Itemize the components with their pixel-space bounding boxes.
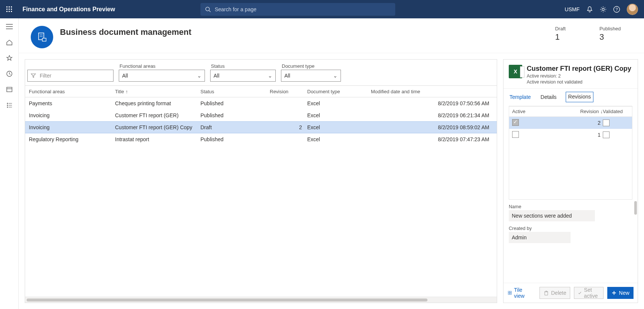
- tile-icon: [508, 290, 512, 296]
- chevron-down-icon: ⌄: [333, 73, 338, 79]
- functional-areas-select[interactable]: All ⌄: [119, 70, 205, 82]
- rev-col-revision[interactable]: Revision↓: [569, 109, 603, 114]
- home-icon[interactable]: [5, 38, 14, 47]
- col-doc-type[interactable]: Document type: [306, 89, 369, 94]
- col-title[interactable]: Title↑: [114, 89, 199, 94]
- revisions-table: Active Revision↓ Validated 21: [509, 106, 632, 200]
- svg-rect-2: [11, 6, 12, 7]
- svg-point-9: [206, 7, 209, 11]
- new-button[interactable]: New: [607, 287, 634, 299]
- user-avatar[interactable]: [627, 4, 638, 15]
- table-row[interactable]: InvoicingCustomer FTI report (GER) CopyD…: [25, 121, 497, 133]
- filter-input[interactable]: Filter: [27, 70, 114, 82]
- cell-doc-type: Excel: [306, 124, 369, 130]
- search-icon: [205, 6, 211, 12]
- chevron-down-icon: ⌄: [268, 73, 272, 79]
- status-select[interactable]: All ⌄: [210, 70, 276, 82]
- help-icon[interactable]: ?: [613, 6, 620, 13]
- table-row[interactable]: InvoicingCustomer FTI report (GER)Publis…: [25, 109, 497, 121]
- doc-type-select[interactable]: All ⌄: [281, 70, 341, 82]
- stat-draft[interactable]: Draft 1: [555, 26, 566, 42]
- validation-line: Active revision not validated: [527, 79, 631, 85]
- stat-published[interactable]: Published 3: [599, 26, 621, 42]
- active-checkbox[interactable]: [512, 131, 519, 138]
- svg-rect-29: [42, 38, 46, 41]
- details-title: Customer FTI report (GER) Copy: [527, 65, 631, 73]
- active-checkbox[interactable]: [512, 119, 519, 126]
- cell-title: Intrastat report: [114, 136, 199, 142]
- cell-functional-area: Payments: [27, 100, 114, 106]
- col-revision[interactable]: Revision: [268, 89, 306, 94]
- svg-rect-5: [11, 9, 12, 10]
- cell-doc-type: Excel: [306, 112, 369, 118]
- table-row[interactable]: PaymentsCheques printing formatPublished…: [25, 97, 497, 109]
- rev-col-active[interactable]: Active: [512, 109, 569, 114]
- topbar: Finance and Operations Preview USMF ?: [0, 0, 644, 18]
- revision-row[interactable]: 2: [509, 117, 632, 129]
- grid-header: Functional areas Title↑ Status Revision …: [25, 85, 497, 97]
- revision-row[interactable]: 1: [509, 129, 632, 141]
- cell-modified: 8/2/2019 06:21:34 AM: [369, 112, 495, 118]
- filter-placeholder: Filter: [40, 73, 110, 79]
- tab-template[interactable]: Template: [509, 92, 532, 102]
- cell-doc-type: Excel: [306, 100, 369, 106]
- vertical-scrollbar[interactable]: [634, 201, 637, 215]
- status-label: Status: [210, 63, 276, 69]
- cell-status: Published: [199, 100, 268, 106]
- col-status[interactable]: Status: [199, 89, 268, 94]
- cell-modified: 8/2/2019 07:50:56 AM: [369, 100, 495, 106]
- svg-rect-6: [6, 11, 7, 12]
- delete-button[interactable]: Delete: [539, 287, 570, 299]
- panel-actions: Tile view Delete Set active New: [504, 283, 638, 303]
- search-input[interactable]: [215, 6, 391, 12]
- cell-status: Published: [199, 136, 268, 142]
- svg-rect-8: [11, 11, 12, 12]
- svg-line-10: [209, 10, 211, 12]
- settings-icon[interactable]: [600, 6, 607, 13]
- global-search[interactable]: [200, 3, 395, 16]
- svg-point-20: [7, 103, 8, 104]
- workspaces-icon[interactable]: [5, 85, 14, 94]
- recent-icon[interactable]: [5, 69, 14, 78]
- app-launcher-icon[interactable]: [0, 6, 19, 12]
- col-functional-areas[interactable]: Functional areas: [27, 89, 114, 94]
- favorites-icon[interactable]: [5, 54, 14, 63]
- svg-point-22: [7, 105, 8, 106]
- svg-rect-33: [510, 293, 512, 295]
- page-header: Business document management Draft 1 Pub…: [19, 18, 644, 53]
- trash-icon: [544, 290, 549, 296]
- documents-grid: Filter Functional areas All ⌄ Status A: [25, 59, 497, 303]
- cell-functional-area: Invoicing: [27, 124, 114, 130]
- created-by-label: Created by: [509, 226, 632, 231]
- validated-checkbox[interactable]: [603, 119, 610, 126]
- cell-status: Draft: [199, 124, 268, 130]
- modules-icon[interactable]: [5, 101, 14, 110]
- tab-details[interactable]: Details: [540, 92, 557, 102]
- hamburger-icon[interactable]: [5, 22, 14, 31]
- app-title: Finance and Operations Preview: [19, 6, 115, 13]
- set-active-button[interactable]: Set active: [574, 287, 604, 299]
- validated-checkbox[interactable]: [603, 131, 610, 138]
- tab-revisions[interactable]: Revisions: [566, 92, 594, 102]
- table-row[interactable]: Regulatory ReportingIntrastat reportPubl…: [25, 133, 497, 145]
- col-modified[interactable]: Modified date and time: [369, 89, 495, 94]
- svg-rect-31: [510, 291, 512, 293]
- workspace-icon: [31, 26, 53, 48]
- notifications-icon[interactable]: [586, 6, 593, 13]
- name-field[interactable]: New sections were added: [509, 210, 595, 221]
- plus-icon: [611, 290, 617, 296]
- cell-functional-area: Invoicing: [27, 112, 114, 118]
- check-icon: [578, 290, 581, 296]
- revision-number: 2: [569, 120, 603, 126]
- company-picker[interactable]: USMF: [565, 6, 580, 12]
- rev-col-validated[interactable]: Validated: [603, 109, 629, 114]
- horizontal-scrollbar[interactable]: [25, 297, 497, 303]
- name-label: Name: [509, 204, 632, 209]
- tile-view-button[interactable]: Tile view: [508, 287, 530, 299]
- cell-revision: 2: [268, 124, 306, 130]
- svg-point-11: [602, 8, 604, 10]
- svg-rect-32: [508, 293, 510, 295]
- created-by-field[interactable]: Admin: [509, 232, 571, 243]
- stat-draft-label: Draft: [555, 26, 566, 31]
- status-value: All: [214, 73, 220, 79]
